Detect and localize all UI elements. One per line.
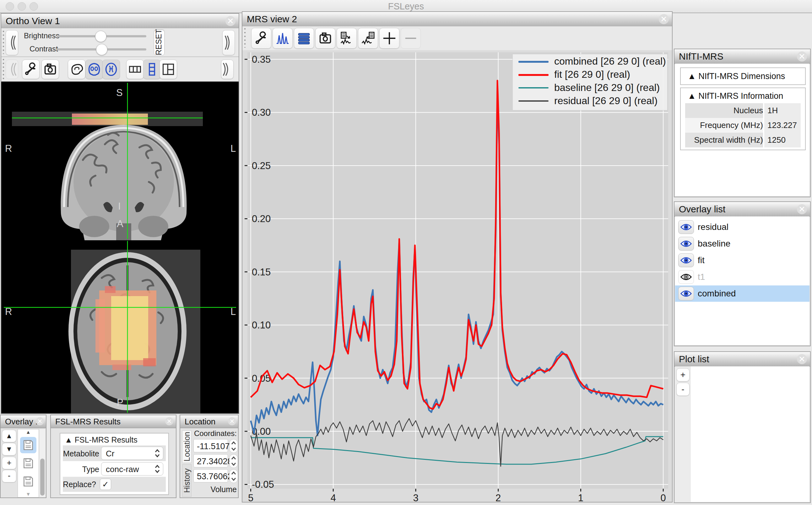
overlay-list-item-baseline[interactable]: baseline xyxy=(675,235,809,252)
coordinate-field-z[interactable]: 53.76062 xyxy=(194,469,228,482)
visibility-eye-icon[interactable] xyxy=(678,220,694,234)
scrollbar-thumb[interactable] xyxy=(40,459,44,496)
remove-data-series-button[interactable] xyxy=(401,28,421,49)
orientation-label-right-coronal: R xyxy=(5,143,12,154)
reset-button[interactable]: RESET xyxy=(154,30,164,55)
toolbar-drag-handle[interactable] xyxy=(3,31,4,54)
contrast-slider-thumb[interactable] xyxy=(96,44,107,55)
visibility-eye-icon[interactable] xyxy=(678,237,694,250)
toggle-axial-button[interactable] xyxy=(102,59,120,79)
coordinate-field-x[interactable]: -11.51071 xyxy=(194,439,228,452)
nifti-information-section[interactable]: ▲ NIfTI-MRS Information Nucleus1HFrequen… xyxy=(680,88,806,150)
collapse-toolbar-button[interactable] xyxy=(6,30,18,55)
overlay-mini-list[interactable]: ▲▼ xyxy=(18,429,39,497)
overlay-list-item-residual[interactable]: residual xyxy=(675,219,809,235)
collapse-triangle-icon[interactable]: ▲ xyxy=(65,436,73,444)
overlay-mini-titlebar[interactable]: Overlay ... ✕ xyxy=(1,415,46,428)
orientation-label-inferior: I xyxy=(118,201,121,212)
orientation-label-anterior: A xyxy=(117,218,123,229)
expand-right-button[interactable] xyxy=(221,59,234,79)
visibility-eye-icon[interactable] xyxy=(678,270,694,284)
layout-horizontal-button[interactable] xyxy=(126,59,144,79)
plot-list-titlebar[interactable]: Plot list ✕ xyxy=(675,352,810,367)
remove-plot-button[interactable]: - xyxy=(676,383,690,396)
toggle-coronal-button[interactable] xyxy=(85,59,103,79)
mrs-view-panel: MRS view 2 ✕ 0.350.300.250.200.150.100.0… xyxy=(242,11,673,502)
coordinate-field-y[interactable]: 27.34028 xyxy=(194,454,228,467)
orientation-label-posterior: P xyxy=(117,397,123,408)
location-titlebar[interactable]: Location ✕ xyxy=(180,415,238,428)
coordinate-spinner[interactable] xyxy=(229,439,238,453)
plot-list-view-button[interactable] xyxy=(294,28,314,49)
orientation-label-superior: S xyxy=(116,87,123,99)
ortho-view-titlebar[interactable]: Ortho View 1 ✕ xyxy=(1,14,239,28)
close-icon[interactable]: ✕ xyxy=(797,354,807,364)
coordinate-spinner[interactable] xyxy=(229,469,238,483)
fsl-mrs-titlebar[interactable]: FSL-MRS Results ✕ xyxy=(51,415,176,428)
overlay-up-button[interactable]: ▲ xyxy=(2,430,16,442)
tab-history[interactable]: History xyxy=(182,464,192,497)
overlay-list-item-fit[interactable]: fit xyxy=(675,252,809,269)
axial-slice-canvas[interactable] xyxy=(1,240,239,413)
ortho-canvas[interactable]: S R L I A R L P xyxy=(1,81,239,413)
toggle-sagittal-button[interactable] xyxy=(68,59,85,79)
collapse-triangle-icon[interactable]: ▲ xyxy=(688,91,696,101)
screenshot-button[interactable] xyxy=(41,59,59,79)
overlay-list-item-t1[interactable]: t1 xyxy=(675,269,809,285)
close-icon[interactable]: ✕ xyxy=(228,417,236,425)
visibility-eye-icon[interactable] xyxy=(678,254,694,267)
overlay-file-item[interactable] xyxy=(20,437,36,453)
nifti-dimensions-section[interactable]: ▲ NIfTI-MRS Dimensions xyxy=(680,67,806,85)
overlay-down-button[interactable]: ▼ xyxy=(2,443,16,456)
add-data-series-button[interactable] xyxy=(379,28,399,49)
spectrum-figure[interactable]: 0.350.300.250.200.150.100.050.00-0.05543… xyxy=(242,50,672,502)
type-select[interactable]: conc-raw xyxy=(101,462,163,476)
layout-grid-button[interactable] xyxy=(159,59,177,79)
layout-vertical-button[interactable] xyxy=(143,59,161,79)
brightness-slider-thumb[interactable] xyxy=(95,31,106,42)
replace-checkbox[interactable]: ✓ xyxy=(100,479,111,490)
plot-settings-button[interactable] xyxy=(251,28,271,49)
scrollbar-track[interactable] xyxy=(39,429,45,497)
toolbar-drag-handle[interactable] xyxy=(244,28,246,48)
coordinate-spinner[interactable] xyxy=(229,454,238,468)
close-icon[interactable]: ✕ xyxy=(225,16,235,26)
expand-toolbar-button[interactable] xyxy=(222,30,235,55)
metabolite-select[interactable]: Cr xyxy=(101,447,163,460)
export-data-series-button[interactable] xyxy=(358,28,378,49)
overlay-remove-button[interactable]: - xyxy=(2,470,16,482)
plot-list[interactable] xyxy=(691,366,809,502)
spectrum-plot[interactable]: 0.350.300.250.200.150.100.050.00-0.05543… xyxy=(242,50,672,502)
nifti-mrs-titlebar[interactable]: NIfTI-MRS ✕ xyxy=(675,49,810,64)
toolbar-drag-handle[interactable] xyxy=(3,59,4,79)
tab-location[interactable]: Location xyxy=(182,430,192,463)
collapse-triangle-icon[interactable]: ▲ xyxy=(688,71,696,81)
overlay-file-item[interactable] xyxy=(20,473,36,490)
scroll-up-icon[interactable]: ▲ xyxy=(18,430,39,435)
overlay-name: t1 xyxy=(698,272,705,282)
spectrum-view-button[interactable] xyxy=(272,28,293,49)
settings-button[interactable] xyxy=(22,59,39,79)
overlay-list-titlebar[interactable]: Overlay list ✕ xyxy=(675,202,810,217)
visibility-eye-icon[interactable] xyxy=(678,287,694,301)
close-icon[interactable]: ✕ xyxy=(659,14,669,24)
close-icon[interactable]: ✕ xyxy=(797,51,807,61)
collapse-left-button[interactable] xyxy=(6,59,18,79)
close-icon[interactable]: ✕ xyxy=(797,204,807,214)
plot-axes-background[interactable] xyxy=(247,52,668,489)
mrs-view-titlebar[interactable]: MRS view 2 ✕ xyxy=(242,12,672,27)
add-plot-button[interactable]: + xyxy=(676,368,690,381)
overlay-file-item[interactable] xyxy=(20,455,36,472)
scroll-down-icon[interactable]: ▼ xyxy=(18,492,39,497)
overlay-mini-panel: Overlay ... ✕ ▲ ▼ + - ▲▼ xyxy=(0,415,46,498)
overlay-list-item-combined[interactable]: combined xyxy=(675,286,809,302)
close-icon[interactable]: ✕ xyxy=(36,417,44,425)
y-tick-label: 0.30 xyxy=(252,107,271,118)
import-data-series-button[interactable] xyxy=(337,28,357,49)
legend-entry: baseline [26 29 0] (real) xyxy=(513,81,667,95)
overlay-add-button[interactable]: + xyxy=(2,457,16,469)
overlay-name: combined xyxy=(698,289,736,299)
screenshot-button[interactable] xyxy=(315,28,335,49)
close-icon[interactable]: ✕ xyxy=(165,417,173,425)
coronal-slice-canvas[interactable] xyxy=(1,81,239,240)
